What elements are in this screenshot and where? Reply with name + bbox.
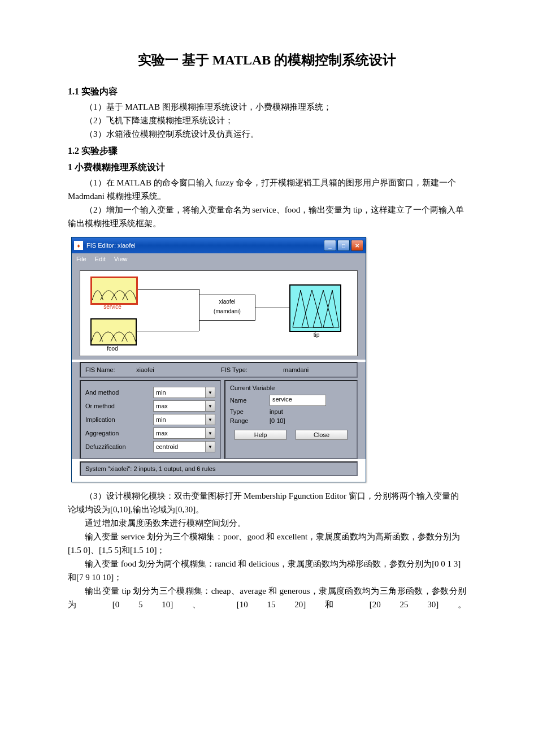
dropdown-arrow-icon: ▼: [205, 414, 215, 425]
cv-range-label: Range: [230, 417, 270, 424]
mf-curves-icon: [92, 319, 136, 344]
current-variable-heading: Current Variable: [230, 385, 352, 391]
titlebar[interactable]: ♦ FIS Editor: xiaofei _ □ ✕: [72, 237, 366, 253]
menu-file[interactable]: File: [76, 256, 86, 262]
fis-editor-window: ♦ FIS Editor: xiaofei _ □ ✕ File Edit Vi…: [71, 237, 366, 482]
or-method-value: max: [156, 403, 168, 409]
window-title: FIS Editor: xiaofei: [86, 242, 324, 249]
fis-type-label: FIS Type:: [221, 366, 283, 373]
implication-dropdown[interactable]: min ▼: [153, 414, 215, 425]
fis-name-panel: FIS Name: xiaofei FIS Type: mamdani: [80, 362, 358, 378]
after-paragraph-5: 输出变量 tip 划分为三个模糊集：cheap、average 和 genero…: [68, 584, 466, 611]
current-variable-panel: Current Variable Name service Type input…: [224, 380, 358, 459]
input-food-block[interactable]: [90, 318, 137, 345]
maximize-button[interactable]: □: [337, 240, 350, 251]
dropdown-arrow-icon: ▼: [205, 387, 215, 398]
menu-view[interactable]: View: [114, 256, 128, 262]
defuzzification-dropdown[interactable]: centroid ▼: [153, 441, 215, 452]
methods-panel: And method min ▼ Or method max ▼: [80, 380, 221, 459]
s2-paragraph-1: （1）在 MATLAB 的命令窗口输入 fuzzy 命令，打开模糊逻辑工具箱的图…: [68, 176, 466, 203]
output-tip-label: tip: [292, 332, 341, 338]
and-method-label: And method: [85, 389, 153, 396]
cv-type-value: input: [270, 408, 283, 415]
after-paragraph-1: （3）设计模糊化模块：双击变量图标打开 Membership Fgunction…: [68, 489, 466, 516]
menubar: File Edit View: [72, 253, 366, 265]
implication-value: min: [156, 416, 166, 423]
minimize-button[interactable]: _: [324, 240, 336, 251]
close-button[interactable]: ✕: [351, 240, 363, 251]
section-1-2-heading: 1.2 实验步骤: [68, 145, 466, 157]
fis-name-label: FIS Name:: [85, 366, 136, 373]
s1-item-3: （3）水箱液位模糊控制系统设计及仿真运行。: [68, 127, 466, 141]
cv-name-input[interactable]: service: [270, 395, 326, 406]
input-service-label: service: [90, 304, 134, 310]
implication-label: Implication: [85, 416, 153, 423]
menu-edit[interactable]: Edit: [95, 256, 106, 262]
or-method-label: Or method: [85, 403, 153, 409]
defuzzification-label: Defuzzification: [85, 443, 153, 450]
close-button-panel[interactable]: Close: [296, 430, 348, 440]
system-type: (mamdani): [199, 308, 255, 314]
fis-type-value: mamdani: [283, 366, 309, 373]
section-1-2-sub-heading: 1 小费模糊推理系统设计: [68, 162, 466, 174]
after-paragraph-2: 通过增加隶属度函数来进行模糊空间划分。: [68, 516, 466, 530]
cv-name-label: Name: [230, 397, 270, 404]
aggregation-dropdown[interactable]: max ▼: [153, 427, 215, 439]
matlab-icon: ♦: [74, 241, 83, 250]
section-1-1-heading: 1.1 实验内容: [68, 86, 466, 98]
status-bar: System "xiaofei": 2 inputs, 1 output, an…: [80, 461, 358, 476]
mf-curves-icon: [92, 278, 136, 303]
dropdown-arrow-icon: ▼: [205, 428, 215, 438]
cv-range-value: [0 10]: [270, 417, 285, 424]
input-service-block[interactable]: [90, 277, 138, 305]
doc-title: 实验一 基于 MATLAB 的模糊控制系统设计: [68, 51, 466, 69]
cv-type-label: Type: [230, 408, 270, 415]
input-food-label: food: [90, 345, 134, 352]
or-method-dropdown[interactable]: max ▼: [153, 400, 215, 412]
after-paragraph-3: 输入变量 service 划分为三个模糊集：poor、good 和 excell…: [68, 530, 466, 557]
help-button[interactable]: Help: [235, 430, 286, 440]
system-block[interactable]: xiaofei (mamdani): [199, 295, 255, 321]
s1-item-2: （2）飞机下降速度模糊推理系统设计；: [68, 114, 466, 127]
fis-name-value: xiaofei: [136, 366, 221, 373]
defuzzification-value: centroid: [156, 443, 178, 450]
after-paragraph-4: 输入变量 food 划分为两个模糊集：rancid 和 delicious，隶属…: [68, 557, 466, 584]
mf-triangles-icon: [290, 286, 340, 331]
fis-diagram: service food xiaofei (m: [80, 270, 358, 356]
output-tip-block[interactable]: [289, 284, 341, 332]
aggregation-label: Aggregation: [85, 430, 153, 437]
dropdown-arrow-icon: ▼: [205, 442, 215, 452]
aggregation-value: max: [156, 430, 168, 437]
and-method-dropdown[interactable]: min ▼: [153, 387, 215, 398]
s2-paragraph-2: （2）增加一个输入变量，将输入变量命名为 service、food，输出变量为 …: [68, 203, 466, 230]
and-method-value: min: [156, 389, 166, 396]
system-name: xiaofei: [199, 299, 255, 305]
dropdown-arrow-icon: ▼: [205, 401, 215, 411]
s1-item-1: （1）基于 MATLAB 图形模糊推理系统设计，小费模糊推理系统；: [68, 100, 466, 114]
